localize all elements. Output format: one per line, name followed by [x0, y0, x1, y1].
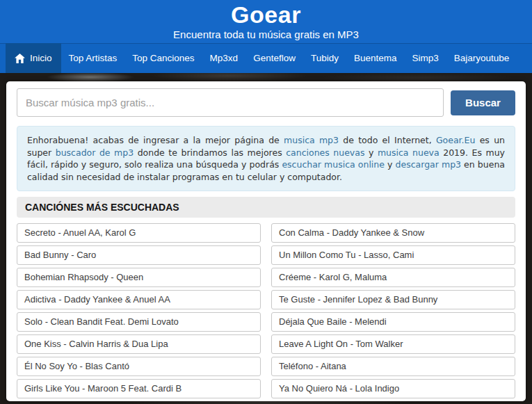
nav-item-top-artistas[interactable]: Top Artistas	[61, 43, 125, 73]
search-input[interactable]	[17, 88, 444, 117]
nav-item-label: Top Artistas	[69, 53, 118, 63]
nav-item-inicio[interactable]: Inicio	[6, 43, 61, 73]
song-item[interactable]: Bohemian Rhapsody - Queen	[17, 268, 261, 287]
song-item[interactable]: One Kiss - Calvin Harris & Dua Lipa	[17, 334, 261, 354]
nav-item-genteflow[interactable]: Genteflow	[245, 43, 303, 73]
nav-item-label: Genteflow	[253, 53, 296, 63]
nav-item-tubidy[interactable]: Tubidy	[303, 43, 346, 73]
nav-item-label: Inicio	[30, 53, 52, 63]
intro-link[interactable]: escuchar musica online	[282, 159, 385, 170]
intro-link[interactable]: Goear.Eu	[436, 135, 475, 145]
search-bar: Buscar	[17, 88, 515, 117]
nav-item-buentema[interactable]: Buentema	[346, 43, 405, 73]
intro-text-segment: y	[364, 147, 377, 158]
song-item[interactable]: Ya No Quiero Ná - Lola Indigo	[271, 379, 515, 398]
intro-link[interactable]: descargar mp3	[396, 159, 461, 170]
nav-item-simp3[interactable]: Simp3	[405, 43, 446, 73]
song-item[interactable]: Girls Like You - Maroon 5 Feat. Cardi B	[17, 379, 261, 398]
nav-item-label: Tubidy	[311, 53, 339, 63]
search-button[interactable]: Buscar	[451, 90, 515, 115]
intro-link[interactable]: canciones nuevas	[286, 147, 364, 158]
song-item[interactable]: Créeme - Karol G, Maluma	[271, 268, 515, 287]
song-item[interactable]: Con Calma - Daddy Yankee & Snow	[271, 223, 515, 243]
song-item[interactable]: Adictiva - Daddy Yankee & Anuel AA	[17, 290, 261, 309]
intro-link[interactable]: buscador de mp3	[56, 147, 134, 158]
nav-item-label: Top Canciones	[132, 53, 194, 63]
section-header: CANCIÓNES MÁS ESCUCHADAS	[17, 197, 515, 218]
home-icon	[15, 54, 25, 63]
song-item[interactable]: Bad Bunny - Caro	[17, 245, 261, 265]
site-header: Goear Encuentra toda tu música gratis en…	[0, 0, 532, 43]
intro-text-segment: Enhorabuena! acabas de ingresar a la mej…	[27, 135, 284, 145]
song-list: Secreto - Anuel AA, Karol GCon Calma - D…	[17, 223, 515, 398]
nav-item-bajaryoutube[interactable]: Bajaryoutube	[446, 43, 517, 73]
nav-item-top-canciones[interactable]: Top Canciones	[124, 43, 202, 73]
song-item[interactable]: Él No Soy Yo - Blas Cantó	[17, 357, 261, 376]
main-container: Buscar Enhorabuena! acabas de ingresar a…	[6, 81, 526, 401]
nav-item-label: Simp3	[412, 53, 439, 63]
nav-item-mp3xd[interactable]: Mp3xd	[202, 43, 246, 73]
intro-text: Enhorabuena! acabas de ingresar a la mej…	[17, 126, 515, 191]
nav-item-label: Bajaryoutube	[454, 53, 510, 63]
song-item[interactable]: Teléfono - Aitana	[271, 357, 515, 376]
intro-link[interactable]: musica nueva	[378, 147, 440, 158]
song-item[interactable]: Un Millon Como Tu - Lasso, Cami	[271, 245, 515, 265]
song-item[interactable]: Te Guste - Jennifer Lopez & Bad Bunny	[271, 290, 515, 309]
intro-text-segment: y	[385, 159, 396, 170]
intro-text-segment: donde te brindamos las mejores	[134, 147, 286, 158]
site-subtitle: Encuentra toda tu música gratis en MP3	[173, 29, 359, 41]
intro-link[interactable]: musica mp3	[284, 135, 339, 145]
song-item[interactable]: Solo - Clean Bandit Feat. Demi Lovato	[17, 312, 261, 332]
intro-text-segment: de todo el Internet,	[339, 135, 436, 145]
main-nav: InicioTop ArtistasTop CancionesMp3xdGent…	[0, 43, 532, 73]
nav-item-label: Buentema	[354, 53, 397, 63]
song-item[interactable]: Déjala Que Baile - Melendi	[271, 312, 515, 332]
site-title: Goear	[231, 2, 301, 27]
nav-item-label: Mp3xd	[210, 53, 239, 63]
song-item[interactable]: Leave A Light On - Tom Walker	[271, 334, 515, 354]
song-item[interactable]: Secreto - Anuel AA, Karol G	[17, 223, 261, 243]
